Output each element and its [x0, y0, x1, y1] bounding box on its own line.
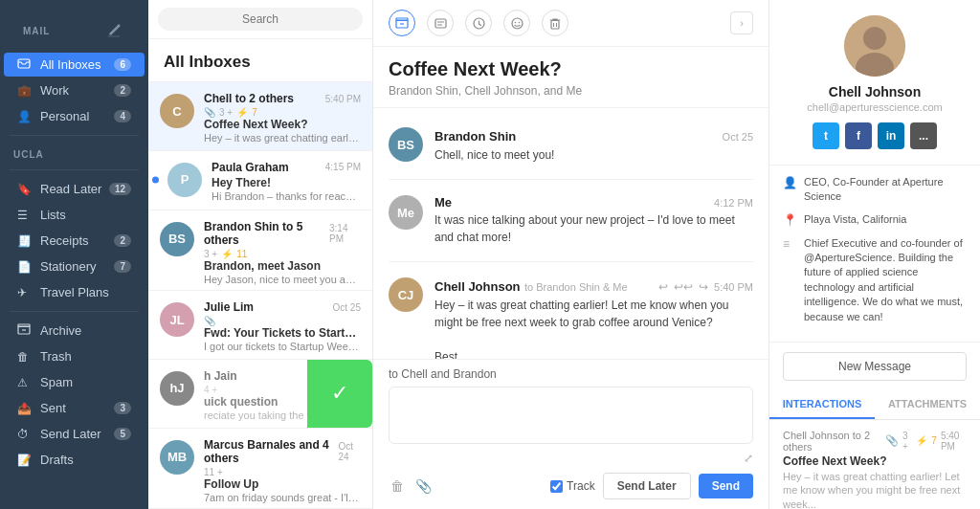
mail-item[interactable]: P Paula Graham 4:15 PM Hey There! Hi Bra… [148, 151, 372, 210]
send-later-button[interactable]: Send Later [603, 473, 691, 499]
sidebar-item-label: Work [40, 83, 114, 98]
list-toolbar-btn[interactable] [427, 10, 454, 36]
drafts-icon: 📝 [17, 454, 33, 467]
email-toolbar: › [373, 0, 768, 47]
badge: 12 [109, 183, 131, 195]
svg-rect-10 [551, 20, 559, 29]
mail-time: 4:15 PM [325, 162, 361, 172]
sidebar-item-label: Spam [40, 375, 131, 389]
email-subject: Coffee Next Week? [373, 47, 768, 84]
sidebar-item-work[interactable]: 💼 Work 2 [4, 78, 145, 102]
reply-to-label: to Chell and Brandon [389, 367, 753, 381]
sidebar-item-sent[interactable]: 📤 Sent 3 [4, 396, 145, 420]
sidebar-item-travel-plans[interactable]: ✈ Travel Plans [4, 280, 145, 304]
message: CJ Chell Johnson to Brandon Shin & Me ↩ … [373, 268, 768, 359]
trash-toolbar-btn[interactable] [542, 10, 568, 36]
tab-attachments[interactable]: ATTACHMENTS [875, 390, 980, 419]
archive-toolbar-btn[interactable] [389, 10, 415, 36]
reply-box: to Chell and Brandon ⤢ 🗑 📎 Track Send La… [373, 359, 768, 509]
contact-bio: Chief Executive and co-founder of @Apert… [804, 236, 967, 324]
right-panel: Chell Johnson chell@aperturesscience.com… [769, 0, 980, 509]
sidebar-item-lists[interactable]: ☰ Lists [4, 203, 145, 227]
reply-all-icon[interactable]: ↩↩ [674, 280, 693, 294]
sidebar-item-read-later[interactable]: 🔖 Read Later 12 [4, 177, 145, 201]
tab-interactions[interactable]: INTERACTIONS [769, 390, 875, 419]
sidebar-item-all-inboxes[interactable]: All Inboxes 6 [4, 53, 145, 77]
sidebar-item-label: Send Later [40, 427, 114, 441]
other-social-button[interactable]: ... [910, 122, 937, 149]
sidebar-item-send-later[interactable]: ⏱ Send Later 5 [4, 422, 145, 446]
mail-time: Oct 24 [338, 441, 361, 462]
mail-item[interactable]: hJ h Jain Oct 25 4 + uick question recia… [148, 360, 372, 429]
mail-item[interactable]: MB Marcus Barnales and 4 others Oct 24 1… [148, 429, 372, 509]
smile-toolbar-btn[interactable] [503, 10, 530, 36]
social-buttons: t f in ... [785, 122, 965, 149]
sidebar-item-trash[interactable]: 🗑 Trash [4, 344, 145, 368]
linkedin-button[interactable]: in [878, 122, 904, 149]
reply-icon[interactable]: ↩ [658, 280, 668, 294]
mail-content: Marcus Barnales and 4 others Oct 24 11 +… [204, 438, 361, 498]
search-input[interactable] [158, 8, 363, 31]
mail-subject: Brandon, meet Jason [204, 259, 361, 273]
message-text: Hey – it was great chatting earlier! Let… [434, 297, 753, 359]
track-checkbox[interactable] [550, 480, 563, 493]
forward-icon[interactable]: ↪ [699, 280, 708, 294]
new-message-button[interactable]: New Message [783, 352, 967, 381]
unread-indicator [152, 177, 159, 184]
sidebar-item-spam[interactable]: ⚠ Spam [4, 370, 145, 394]
reply-textarea[interactable] [389, 387, 753, 444]
message-text: It was nice talking about your new proje… [434, 211, 753, 246]
compose-button[interactable] [102, 19, 125, 42]
contact-title: CEO, Co-Founder at Aperture Science [804, 175, 967, 205]
mail-sender: Paula Graham [212, 161, 289, 174]
interaction-item[interactable]: Chell Johnson to 2 others 📎 3 + ⚡ 7 5:40… [769, 420, 980, 509]
facebook-button[interactable]: f [845, 122, 872, 149]
sidebar: MAIL All Inboxes 6 💼 Work 2 👤 Personal 4… [0, 0, 148, 509]
sidebar-item-archive[interactable]: Archive [4, 319, 145, 343]
badge: 2 [114, 234, 131, 247]
avatar: BS [389, 127, 423, 162]
email-messages: BS Brandon Shin Oct 25 Chell, nice to me… [373, 108, 768, 359]
twitter-button[interactable]: t [813, 122, 839, 149]
archive-icon [17, 323, 33, 338]
clock-toolbar-btn[interactable] [465, 10, 492, 36]
track-label: Track [567, 479, 595, 493]
reply-expand-icon[interactable]: ⤢ [744, 452, 753, 465]
mail-list: All Inboxes C Chell to 2 others 5:40 PM … [148, 0, 373, 509]
mail-item[interactable]: C Chell to 2 others 5:40 PM 📎 3 + ⚡ 7 Co… [148, 82, 372, 151]
badge: 3 [114, 402, 131, 414]
mail-preview: I got our tickets to Startup Weekend! Ca… [204, 340, 361, 354]
mail-sender: Brandon Shin to 5 others [204, 220, 325, 247]
attach-reply-btn[interactable]: 📎 [413, 476, 434, 496]
avatar: C [160, 94, 194, 128]
sidebar-item-stationery[interactable]: 📄 Stationery 7 [4, 254, 145, 278]
forward-nav-btn[interactable]: › [730, 11, 753, 34]
mail-sender: Chell to 2 others [204, 92, 294, 105]
interaction-meta: 📎 3 + ⚡ 7 5:40 PM [885, 430, 967, 453]
sidebar-item-personal[interactable]: 👤 Personal 4 [4, 104, 145, 128]
mail-subject: Coffee Next Week? [204, 118, 361, 131]
location-icon: 📍 [783, 212, 796, 229]
track-checkbox-label[interactable]: Track [550, 479, 595, 493]
sidebar-item-drafts[interactable]: 📝 Drafts [4, 448, 145, 472]
badge: 7 [114, 260, 131, 273]
interaction-from: Chell Johnson to 2 others [783, 430, 885, 453]
mail-item[interactable]: BS Brandon Shin to 5 others 3:14 PM 3 + … [148, 210, 372, 291]
swipe-checkmark: ✓ [307, 360, 372, 428]
delete-reply-btn[interactable]: 🗑 [389, 476, 406, 496]
sidebar-item-label: Travel Plans [40, 285, 131, 299]
sidebar-header: MAIL [0, 0, 148, 52]
sidebar-item-receipts[interactable]: 🧾 Receipts 2 [4, 229, 145, 253]
message-sender: Brandon Shin [434, 129, 516, 144]
read-later-icon: 🔖 [17, 183, 33, 196]
contact-bio-item: ≡ Chief Executive and co-founder of @Ape… [783, 236, 967, 324]
svg-point-8 [514, 21, 516, 23]
send-button[interactable]: Send [699, 474, 753, 498]
avatar: BS [160, 222, 194, 256]
interaction-subject: Coffee Next Week? [783, 454, 967, 468]
svg-point-12 [863, 27, 886, 50]
lightning-icon: ⚡ [916, 435, 927, 446]
svg-rect-4 [396, 18, 408, 21]
mail-content: Chell to 2 others 5:40 PM 📎 3 + ⚡ 7 Coff… [204, 92, 361, 141]
mail-item[interactable]: JL Julie Lim Oct 25 📎 Fwd: Your Tickets … [148, 291, 372, 360]
